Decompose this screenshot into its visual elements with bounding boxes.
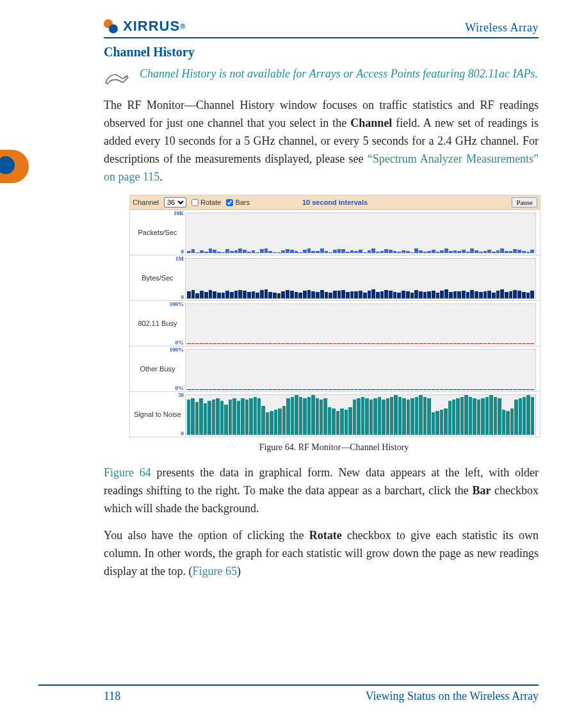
chart-bar — [337, 249, 341, 253]
chart-bar — [281, 291, 285, 299]
chart-bar — [332, 408, 335, 435]
chart-bar — [247, 252, 251, 253]
chart-bar — [213, 343, 216, 344]
chart-bar — [187, 400, 190, 435]
chart-bar — [530, 250, 534, 253]
chart-bar — [500, 289, 504, 298]
chart-bar — [475, 250, 478, 253]
chart-bar — [277, 252, 281, 253]
chart-bar — [496, 250, 500, 254]
chart-bars — [186, 213, 535, 253]
chart-bar — [502, 410, 505, 435]
y-tick-high: 100% — [170, 301, 184, 307]
rotate-checkbox-label: Rotate — [200, 198, 221, 206]
chart-bar — [484, 343, 487, 344]
chart-bar — [256, 252, 259, 254]
chart-bar — [187, 291, 191, 298]
chart-bar — [376, 252, 380, 254]
y-axis-ticks: 10K0 — [170, 210, 184, 255]
chart-bar — [216, 398, 219, 435]
chart-bar — [484, 291, 487, 298]
chart-bar — [207, 401, 211, 435]
section-heading: Channel History — [104, 45, 539, 60]
chart-bar — [368, 250, 371, 254]
chart-bar — [307, 397, 311, 435]
chart-bar — [522, 251, 526, 253]
chart-bar — [333, 389, 337, 390]
chart-plot — [185, 303, 536, 344]
chart-bar — [427, 343, 431, 344]
chart-bar — [505, 292, 508, 299]
screenshot-toolbar: Channel 36 Rotate Bars 10 second interva… — [130, 195, 540, 210]
chart-bar — [237, 401, 240, 435]
chart-bar — [329, 389, 332, 390]
chart-bar — [295, 251, 298, 253]
chart-bar — [191, 343, 195, 344]
chart-bar — [320, 248, 324, 253]
bars-checkbox-input[interactable] — [226, 199, 233, 206]
chart-bar — [414, 290, 418, 299]
chart-bar — [341, 389, 345, 390]
chart-bar — [213, 250, 216, 254]
chart-bar — [213, 291, 216, 299]
chart-bar — [354, 389, 358, 390]
chart-bar — [217, 389, 221, 390]
chart-bar — [427, 251, 431, 253]
chart-bar — [436, 343, 440, 344]
chart-bar — [389, 291, 393, 298]
chart-bar — [407, 400, 410, 435]
chart-bar — [517, 250, 521, 253]
chart-bar — [402, 291, 405, 298]
chart-bar — [453, 291, 457, 299]
chart-bar — [359, 389, 362, 390]
chart-bar — [247, 292, 251, 298]
chart-bar — [427, 389, 431, 390]
chart-bar — [298, 252, 302, 254]
rotate-checkbox-input[interactable] — [191, 199, 199, 206]
chart-bar — [370, 400, 373, 435]
chart-bar — [432, 343, 435, 344]
chart-bar — [453, 250, 457, 253]
chart-bar — [290, 389, 294, 390]
chart-bar — [466, 343, 470, 344]
chart-bar — [393, 292, 397, 299]
chart-bar — [303, 389, 307, 390]
chart-bar — [382, 400, 385, 435]
chart-bar — [286, 249, 289, 253]
chart-bar — [466, 292, 470, 298]
chart-bar — [462, 250, 466, 253]
chart-bar — [290, 291, 294, 298]
chart-bar — [517, 343, 521, 344]
chart-bar — [393, 251, 397, 253]
chart-plot-area: 100%0% — [185, 301, 540, 346]
chart-bar — [386, 398, 389, 435]
chart-bar — [307, 248, 311, 253]
cross-reference-link[interactable]: Figure 65 — [192, 565, 237, 578]
chart-bar — [281, 343, 285, 344]
chart-bar — [432, 291, 435, 298]
chart-bar — [402, 343, 405, 344]
y-tick-low: 0% — [175, 339, 184, 346]
chart-bar — [359, 343, 362, 344]
chart-bar — [506, 411, 509, 435]
chart-bar — [522, 389, 526, 390]
bars-checkbox[interactable]: Bars — [226, 198, 250, 206]
figure-64: Channel 36 Rotate Bars 10 second interva… — [129, 195, 539, 453]
rotate-checkbox[interactable]: Rotate — [191, 198, 221, 206]
chart-bar — [397, 293, 401, 299]
chart-bar — [402, 250, 405, 254]
chart-bar — [449, 251, 453, 253]
pause-button[interactable]: Pause — [512, 197, 537, 207]
chart-bar — [222, 389, 225, 390]
cross-reference-link[interactable]: Figure 64 — [104, 466, 151, 479]
chart-bar — [462, 343, 466, 344]
channel-select[interactable]: 36 — [164, 197, 186, 207]
chart-bar — [475, 389, 478, 390]
chart-bar — [500, 343, 504, 344]
chart-bar — [423, 252, 427, 254]
chart-bar — [191, 398, 194, 435]
chart-bar — [410, 389, 414, 390]
chart-bar — [264, 389, 268, 390]
chart-bar — [530, 291, 534, 298]
chart-bar — [311, 251, 315, 254]
